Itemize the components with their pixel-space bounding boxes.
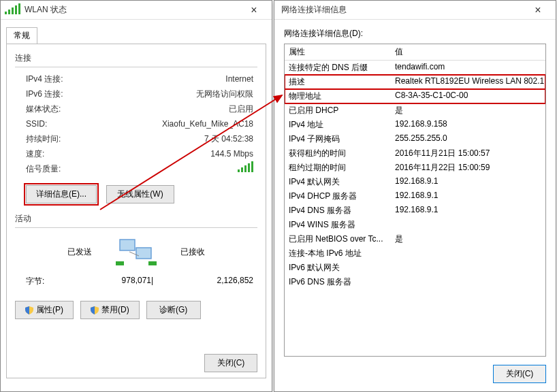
detail-key: 租约过期的时间: [285, 161, 391, 175]
detail-row[interactable]: 已启用 DHCP是: [285, 103, 545, 118]
col-value: 值: [391, 44, 407, 60]
disable-button[interactable]: 禁用(D): [80, 301, 140, 319]
section-activity: 活动: [15, 213, 257, 225]
detail-value: tendawifi.com: [391, 61, 545, 75]
detail-row[interactable]: 租约过期的时间2016年11月22日 15:00:59: [285, 161, 545, 175]
detail-row[interactable]: 已启用 NetBIOS over Tc...是: [285, 232, 545, 246]
detail-row[interactable]: IPv4 默认网关192.168.9.1: [285, 175, 545, 189]
signal-value: [90, 161, 257, 177]
wlan-titlebar: WLAN 状态 ×: [1, 1, 272, 20]
tab-general[interactable]: 常规: [6, 27, 37, 44]
speed-value: 144.5 Mbps: [90, 146, 257, 161]
detail-key: IPv4 地址: [285, 118, 391, 132]
detail-row[interactable]: IPv4 子网掩码255.255.255.0: [285, 132, 545, 146]
detail-row[interactable]: IPv4 WINS 服务器: [285, 218, 545, 232]
ssid-label: SSID:: [15, 116, 90, 131]
section-connection: 连接: [15, 52, 257, 64]
media-state-label: 媒体状态:: [15, 101, 90, 116]
detail-row[interactable]: IPv4 DNS 服务器192.168.9.1: [285, 203, 545, 218]
detail-value: 是: [391, 103, 545, 118]
recv-label: 已接收: [180, 246, 205, 258]
detail-row[interactable]: 连接特定的 DNS 后缀tendawifi.com: [285, 61, 545, 75]
duration-label: 持续时间:: [15, 131, 90, 146]
bytes-label: 字节:: [15, 276, 76, 287]
detail-row[interactable]: IPv6 默认网关: [285, 261, 545, 275]
props-button[interactable]: 属性(P): [15, 301, 74, 319]
shield-icon: [25, 306, 33, 314]
shield-icon: [91, 306, 99, 314]
diag-button[interactable]: 诊断(G): [146, 301, 201, 319]
close-icon[interactable]: ×: [240, 1, 268, 19]
wlan-status-dialog: WLAN 状态 × 常规 连接 IPv4 连接:Internet IPv6 连接…: [0, 0, 272, 392]
signal-label: 信号质量:: [15, 161, 90, 177]
detail-key: 连接-本地 IPv6 地址: [285, 246, 391, 261]
detail-key: IPv4 WINS 服务器: [285, 218, 391, 232]
detail-label: 网络连接详细信息(D):: [284, 28, 546, 39]
wireless-props-button[interactable]: 无线属性(W): [106, 185, 174, 203]
detail-key: 物理地址: [285, 89, 391, 103]
detail-key: 描述: [285, 75, 391, 89]
bytes-sent: 978,071: [76, 276, 151, 287]
detail-row[interactable]: IPv4 地址192.168.9.158: [285, 118, 545, 132]
detail-value: 192.168.9.1: [391, 189, 545, 203]
detail-value: 2016年11月22日 15:00:59: [391, 161, 545, 175]
detail-value: [391, 261, 545, 275]
detail-table[interactable]: 属性 值 连接特定的 DNS 后缀tendawifi.com描述Realtek …: [284, 44, 546, 357]
network-detail-dialog: 网络连接详细信息 × 网络连接详细信息(D): 属性 值 连接特定的 DNS 后…: [274, 0, 556, 392]
svg-rect-4: [116, 261, 124, 265]
detail-row[interactable]: 物理地址C8-3A-35-C1-0C-00: [285, 89, 545, 103]
detail-value: 255.255.255.0: [391, 132, 545, 146]
detail-key: 已启用 DHCP: [285, 103, 391, 118]
detail-row[interactable]: IPv6 DNS 服务器: [285, 275, 545, 289]
duration-value: 7 天 04:52:38: [90, 131, 257, 146]
detail-value: [391, 275, 545, 289]
ipv4-conn-label: IPv4 连接:: [15, 71, 90, 86]
detail-value: 192.168.9.158: [391, 118, 545, 132]
wlan-title: WLAN 状态: [25, 4, 240, 16]
ipv4-conn-value: Internet: [90, 71, 257, 86]
details-button[interactable]: 详细信息(E)...: [26, 185, 97, 203]
detail-key: IPv6 默认网关: [285, 261, 391, 275]
detail-value: 192.168.9.1: [391, 175, 545, 189]
detail-header: 属性 值: [285, 44, 545, 61]
media-state-value: 已启用: [90, 101, 257, 116]
detail-title: 网络连接详细信息: [278, 4, 524, 16]
detail-titlebar: 网络连接详细信息 ×: [274, 1, 556, 20]
detail-key: 已启用 NetBIOS over Tc...: [285, 232, 391, 246]
detail-value: 192.168.9.1: [391, 203, 545, 218]
detail-key: IPv6 DNS 服务器: [285, 275, 391, 289]
wifi-icon: [5, 3, 20, 17]
sent-label: 已发送: [67, 246, 92, 258]
detail-value: [391, 218, 545, 232]
svg-rect-5: [148, 261, 157, 265]
wlan-close-button[interactable]: 关闭(C): [204, 354, 257, 372]
detail-key: IPv4 DNS 服务器: [285, 203, 391, 218]
detail-key: IPv4 DHCP 服务器: [285, 189, 391, 203]
ipv6-conn-value: 无网络访问权限: [90, 86, 257, 101]
svg-rect-0: [120, 240, 135, 250]
detail-key: IPv4 子网掩码: [285, 132, 391, 146]
bytes-recv: 2,126,852: [178, 276, 253, 287]
detail-value: 是: [391, 232, 545, 246]
detail-row[interactable]: 获得租约的时间2016年11月21日 15:00:57: [285, 146, 545, 161]
detail-row[interactable]: IPv4 DHCP 服务器192.168.9.1: [285, 189, 545, 203]
speed-label: 速度:: [15, 146, 90, 161]
detail-value: [391, 246, 545, 261]
detail-value: Realtek RTL8192EU Wireless LAN 802.11: [391, 75, 545, 89]
detail-value: C8-3A-35-C1-0C-00: [391, 89, 545, 103]
detail-row[interactable]: 描述Realtek RTL8192EU Wireless LAN 802.11: [285, 75, 545, 89]
detail-close-button[interactable]: 关闭(C): [493, 365, 546, 383]
col-property: 属性: [285, 44, 391, 60]
detail-row[interactable]: 连接-本地 IPv6 地址: [285, 246, 545, 261]
ipv6-conn-label: IPv6 连接:: [15, 86, 90, 101]
detail-value: 2016年11月21日 15:00:57: [391, 146, 545, 161]
ssid-value: Xiaofu_Kefu_Mike_AC18: [90, 116, 257, 131]
activity-icon: [112, 235, 160, 269]
svg-rect-2: [136, 248, 151, 259]
detail-key: 连接特定的 DNS 后缀: [285, 61, 391, 75]
detail-key: 获得租约的时间: [285, 146, 391, 161]
detail-key: IPv4 默认网关: [285, 175, 391, 189]
close-icon[interactable]: ×: [524, 1, 552, 19]
